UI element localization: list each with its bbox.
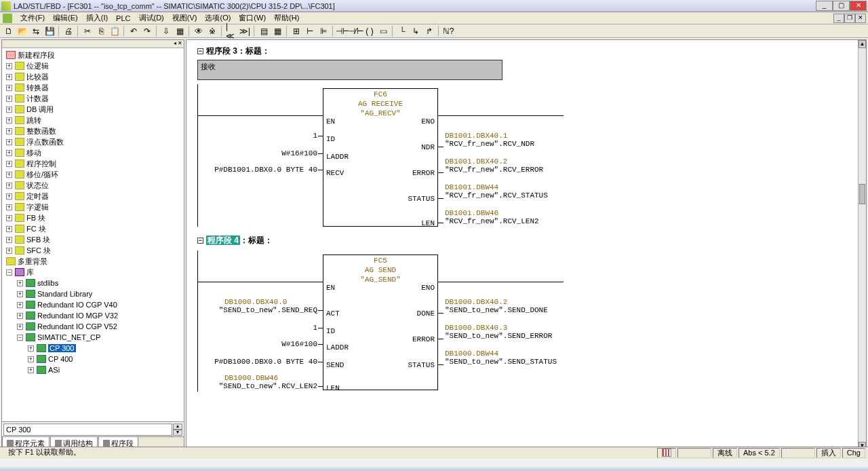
vertical-scrollbar[interactable]: ▲ ▼	[858, 40, 866, 450]
spin-down-icon[interactable]: ▼	[173, 430, 182, 436]
tree-search-input[interactable]	[3, 423, 172, 436]
cut-icon[interactable]: ✂	[81, 25, 94, 37]
print-icon[interactable]: 🖨	[62, 25, 75, 37]
fc6-status-sym[interactable]: "RCV_fr_new".RCV_STATUS	[445, 191, 580, 200]
scroll-thumb[interactable]	[859, 184, 865, 204]
tree-cp400[interactable]: +CP 400	[3, 354, 182, 364]
tree-stdlibs[interactable]: +stdlibs	[3, 278, 182, 288]
close-branch-up-icon[interactable]: ↱	[423, 25, 435, 37]
tree-word-logic[interactable]: +字逻辑	[3, 202, 182, 212]
network-3-rung[interactable]: FC6 AG RECEIVE "AG_RECV" EN ENO ID NDR L…	[197, 84, 858, 227]
tree-simatic-net-cp[interactable]: −SIMATIC_NET_CP	[3, 332, 182, 343]
open-branch-icon[interactable]: └	[396, 25, 408, 37]
coil-icon[interactable]: ( )	[363, 25, 376, 37]
expand-icon[interactable]: +	[6, 117, 12, 124]
expand-icon[interactable]: +	[28, 345, 34, 352]
contact-nc-icon[interactable]: ⊣⁄⊢	[350, 25, 362, 37]
redo-icon[interactable]: ↷	[141, 25, 153, 37]
collapse-network-icon[interactable]: −	[197, 48, 203, 54]
tree-timer[interactable]: +定时器	[3, 191, 182, 202]
detail-icon[interactable]: ▦	[271, 25, 283, 37]
tree-cp300[interactable]: +CP 300	[3, 343, 182, 354]
new-file-icon[interactable]: 🗋	[3, 25, 15, 37]
tree-convert[interactable]: +转换器	[3, 82, 182, 93]
tree-status[interactable]: +状态位	[3, 180, 182, 191]
fc5-block[interactable]: FC5 AG SEND "AG_SEND" EN ENO ACT DONE ID…	[323, 255, 438, 390]
fc5-error-addr[interactable]: DB1000.DBX40.3	[445, 324, 580, 332]
tree-fb-blocks[interactable]: +FB 块	[3, 212, 182, 223]
tree-new-network[interactable]: 新建程序段	[3, 50, 182, 60]
open-file-icon[interactable]: 📂	[16, 25, 28, 37]
network-3-comment[interactable]: 接收	[197, 60, 502, 80]
network-4-rung[interactable]: FC5 AG SEND "AG_SEND" EN ENO ACT DONE ID…	[197, 250, 858, 392]
collapse-icon[interactable]: −	[17, 335, 23, 341]
online-icon[interactable]: ⇆	[30, 25, 42, 37]
menu-edit[interactable]: 编辑(E)	[49, 12, 82, 24]
fc5-laddr-value[interactable]: W#16#100	[197, 340, 317, 348]
spin-up-icon[interactable]: ▲	[173, 423, 182, 430]
fc5-status-sym[interactable]: "SEND_to_new".SEND_STATUS	[445, 358, 580, 366]
tree-red-io-mgp[interactable]: +Redundant IO MGP V32	[3, 310, 182, 321]
expand-icon[interactable]: +	[6, 237, 12, 243]
tree-asi[interactable]: +ASi	[3, 364, 182, 375]
expand-icon[interactable]: +	[6, 96, 12, 102]
doc-restore[interactable]: ❐	[844, 14, 855, 23]
fc6-error-addr[interactable]: DB1001.DBX40.2	[445, 157, 580, 166]
close-branch-down-icon[interactable]: ↳	[410, 25, 422, 37]
expand-icon[interactable]: +	[28, 356, 34, 362]
tree-red-io-v40[interactable]: +Redundant IO CGP V40	[3, 299, 182, 310]
expand-icon[interactable]: +	[6, 204, 12, 210]
fc6-block[interactable]: FC6 AG RECEIVE "AG_RECV" EN ENO ID NDR L…	[323, 88, 438, 227]
expand-icon[interactable]: +	[17, 302, 23, 308]
doc-minimize[interactable]: _	[833, 14, 844, 23]
fc6-len-sym[interactable]: "RCV_fr_new".RCV_LEN2	[445, 217, 580, 225]
ref-icon[interactable]: ※	[206, 25, 218, 37]
expand-icon[interactable]: +	[17, 291, 23, 297]
fc5-id-value[interactable]: 1	[197, 324, 317, 332]
tree-float-fn[interactable]: +浮点数函数	[3, 136, 182, 147]
fc6-ndr-sym[interactable]: "RCV_fr_new".RCV_NDR	[445, 140, 580, 148]
expand-icon[interactable]: +	[6, 107, 12, 113]
menu-window[interactable]: 窗口(W)	[235, 12, 270, 24]
tree-sfb-blocks[interactable]: +SFB 块	[3, 234, 182, 245]
expand-icon[interactable]: +	[6, 85, 12, 91]
junction-icon[interactable]: ⊫	[317, 25, 330, 37]
fc5-act-sym[interactable]: "SEND_to_new".SEND_REQ	[197, 306, 317, 314]
collapse-network-icon[interactable]: −	[197, 238, 203, 244]
close-button[interactable]: ✕	[850, 1, 867, 11]
fc6-status-addr[interactable]: DB1001.DBW44	[445, 183, 580, 191]
expand-icon[interactable]: +	[28, 367, 34, 373]
download-icon[interactable]: ⇩	[160, 25, 172, 37]
network-4-header[interactable]: − 程序段 4：标题：	[197, 235, 858, 246]
doc-close[interactable]: ✕	[855, 14, 866, 23]
tree-red-io-v52[interactable]: +Redundant IO CGP V52	[3, 321, 182, 332]
fc6-ndr-addr[interactable]: DB1001.DBX40.1	[445, 132, 580, 140]
menu-insert[interactable]: 插入(I)	[82, 12, 112, 24]
contact-no-icon[interactable]: ⊣⊢	[336, 25, 349, 37]
maximize-button[interactable]: ▢	[833, 1, 850, 11]
tree-db-call[interactable]: +DB 调用	[3, 104, 182, 115]
expand-icon[interactable]: +	[17, 313, 23, 319]
tree-counter[interactable]: +计数器	[3, 93, 182, 104]
tree-std-library[interactable]: +Standard Library	[3, 288, 182, 299]
tree-multi-inst[interactable]: 多重背景	[3, 256, 182, 267]
undo-icon[interactable]: ↶	[127, 25, 140, 37]
expand-icon[interactable]: +	[6, 172, 12, 178]
doc-system-icon[interactable]	[3, 14, 12, 23]
save-icon[interactable]: 💾	[43, 25, 56, 37]
editor-scroll-area[interactable]: − 程序段 3：标题： 接收 FC6 AG RECEIVE "AG_RECV" …	[186, 40, 858, 450]
expand-icon[interactable]: +	[6, 74, 12, 80]
module-icon[interactable]: ▦	[174, 25, 186, 37]
tree-library[interactable]: −库	[3, 267, 182, 278]
minimize-button[interactable]: _	[816, 1, 833, 11]
collapse-icon[interactable]: −	[6, 269, 12, 276]
menu-help[interactable]: 帮助(H)	[270, 12, 303, 24]
fc5-error-sym[interactable]: "SEND_to_new".SEND_ERROR	[445, 332, 580, 340]
fc6-recv-value[interactable]: P#DB1001.DBX0.0 BYTE 40	[197, 166, 317, 174]
menu-plc[interactable]: PLC	[112, 13, 134, 24]
expand-icon[interactable]: +	[6, 226, 12, 232]
prev-icon[interactable]: |≪	[225, 25, 237, 37]
expand-icon[interactable]: +	[6, 183, 12, 189]
expand-icon[interactable]: +	[6, 193, 12, 200]
expand-icon[interactable]: +	[6, 139, 12, 145]
